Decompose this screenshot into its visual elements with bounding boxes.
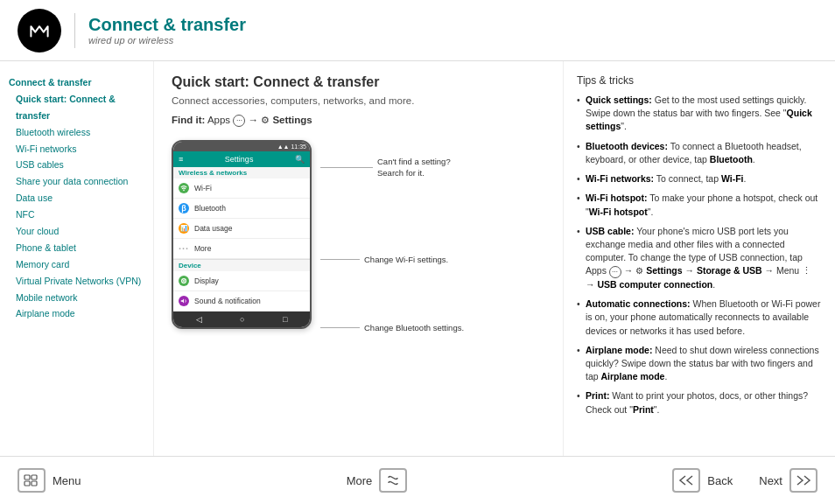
center-section: Quick start: Connect & transfer Connect … (153, 61, 564, 456)
more-icon-box (379, 468, 407, 493)
tip-bluetooth-devices: Bluetooth devices: To connect a Bluetoot… (577, 140, 822, 166)
main-content: Connect & transfer Quick start: Connect … (0, 61, 835, 456)
sidebar-item-memory-card[interactable]: Memory card (9, 256, 144, 273)
header-divider (74, 13, 75, 48)
phone-data-item[interactable]: 📊 Data usage (173, 219, 310, 239)
apps-icon-tip: ⋯ (609, 266, 621, 278)
tip-usb-cable: USB cable: Your phone's micro USB port l… (577, 225, 822, 291)
tip-quick-settings: Quick settings: Get to the most used set… (577, 94, 822, 134)
phone-more-item[interactable]: ··· More (173, 239, 310, 259)
find-it-label: Find it: (172, 115, 205, 125)
menu-label: Menu (53, 474, 81, 487)
sidebar-item-vpn[interactable]: Virtual Private Networks (VPN) (9, 273, 144, 290)
back-label: Back (707, 474, 733, 487)
sidebar-item-share-data[interactable]: Share your data connection (9, 173, 144, 190)
more-button[interactable]: More (347, 468, 408, 493)
data-usage-icon: 📊 (179, 223, 189, 234)
phone-menu-icon: ≡ (179, 155, 183, 164)
sound-icon (179, 296, 189, 306)
callout-2: Change Wi-Fi settings. (320, 255, 464, 264)
phone-display-label: Display (194, 276, 219, 285)
sidebar-item-nfc[interactable]: NFC (9, 206, 144, 223)
tip-term-6: Airplane mode: (586, 345, 652, 355)
page-subtitle: wired up or wireless (88, 35, 246, 46)
phone-home-nav[interactable]: ○ (240, 315, 244, 324)
tip-airplane-mode: Airplane mode: Need to shut down wireles… (577, 344, 822, 384)
page-header: Connect & transfer wired up or wireless (0, 0, 835, 61)
phone-status-bar: ▲▲ 11:35 (173, 142, 310, 151)
phone-wifi-item[interactable]: Wi-Fi (173, 178, 310, 199)
phone-data-label: Data usage (194, 224, 232, 233)
section-description: Connect accessories, computers, networks… (172, 95, 545, 106)
phone-wifi-label: Wi-Fi (194, 184, 212, 192)
page-title: Connect & transfer (88, 15, 246, 35)
svg-point-1 (183, 190, 185, 192)
tip-term-0: Quick settings: (586, 94, 652, 105)
phone-navbar: ◁ ○ □ (173, 312, 310, 327)
svg-rect-4 (25, 475, 30, 480)
sidebar-item-your-cloud[interactable]: Your cloud (9, 223, 144, 240)
phone-back-nav[interactable]: ◁ (196, 315, 202, 324)
sidebar-item-bluetooth[interactable]: Bluetooth wireless (9, 124, 144, 141)
motorola-logo (18, 9, 61, 52)
callout-2-text: Change Wi-Fi settings. (364, 255, 448, 264)
sidebar-item-connect-transfer[interactable]: Connect & transfer (9, 74, 144, 91)
apps-icon: ⋯ (233, 115, 245, 127)
sidebar: Connect & transfer Quick start: Connect … (0, 61, 153, 456)
back-icon (672, 468, 700, 493)
header-text-block: Connect & transfer wired up or wireless (88, 15, 246, 46)
next-icon (789, 468, 817, 493)
more-label: More (347, 474, 373, 487)
phone-mockup: ▲▲ 11:35 ≡ Settings 🔍 Wireless & network… (172, 140, 312, 329)
bluetooth-icon: β (179, 203, 189, 214)
tip-wifi-networks: Wi-Fi networks: To connect, tap Wi-Fi. (577, 172, 822, 186)
wifi-icon (179, 183, 189, 193)
sidebar-item-quick-start[interactable]: Quick start: Connect & transfer (9, 91, 144, 124)
section-title: Quick start: Connect & transfer (172, 74, 545, 90)
tips-title: Tips & tricks (577, 74, 822, 87)
callout-lines: Can't find a setting?Search for it. Chan… (320, 140, 464, 332)
phone-bt-label: Bluetooth (194, 204, 226, 213)
next-button[interactable]: Next (759, 468, 817, 493)
phone-more-label: More (194, 244, 211, 253)
tip-term-2: Wi-Fi networks: (586, 173, 654, 184)
tip-print: Print: Want to print your photos, docs, … (577, 389, 822, 416)
back-button[interactable]: Back (672, 468, 733, 493)
tip-term-3: Wi-Fi hotspot: (586, 192, 647, 203)
sidebar-item-phone-tablet[interactable]: Phone & tablet (9, 240, 144, 256)
phone-callout-area: ▲▲ 11:35 ≡ Settings 🔍 Wireless & network… (172, 140, 545, 332)
phone-device-section: Device (173, 259, 310, 271)
tip-auto-connections: Automatic connections: When Bluetooth or… (577, 298, 822, 338)
phone-wireless-section: Wireless & networks (173, 167, 310, 178)
sidebar-item-data-use[interactable]: Data use (9, 190, 144, 206)
menu-button[interactable]: Menu (18, 468, 81, 493)
find-it-text: Find it: Apps ⋯ → ⚙ Settings (172, 115, 545, 127)
nav-buttons: Back Next (672, 468, 817, 493)
sidebar-item-wifi[interactable]: Wi-Fi networks (9, 141, 144, 158)
tip-wifi-hotspot: Wi-Fi hotspot: To make your phone a hots… (577, 192, 822, 218)
phone-recent-nav[interactable]: □ (283, 315, 287, 324)
settings-gear-icon: ⚙ (261, 115, 270, 125)
phone-sound-label: Sound & notification (194, 297, 261, 305)
sidebar-item-mobile-network[interactable]: Mobile network (9, 290, 144, 306)
phone-header-bar: ≡ Settings 🔍 (173, 151, 310, 167)
phone-sound-item[interactable]: Sound & notification (173, 291, 310, 312)
callout-3: Change Bluetooth settings. (320, 323, 464, 332)
more-icon: ··· (179, 243, 189, 254)
callout-3-text: Change Bluetooth settings. (364, 323, 464, 332)
svg-rect-6 (25, 481, 30, 486)
settings-label: Settings (272, 115, 312, 125)
phone-display-item[interactable]: Display (173, 271, 310, 291)
sidebar-item-usb[interactable]: USB cables (9, 157, 144, 173)
next-label: Next (759, 474, 782, 487)
tip-term-5: Automatic connections: (586, 298, 691, 309)
svg-point-3 (183, 280, 185, 282)
phone-bt-item[interactable]: β Bluetooth (173, 199, 310, 219)
tips-list: Quick settings: Get to the most used set… (577, 94, 822, 416)
callout-1: Can't find a setting?Search for it. (320, 156, 464, 179)
tip-term-1: Bluetooth devices: (586, 141, 668, 151)
right-section: Tips & tricks Quick settings: Get to the… (564, 61, 835, 456)
bottom-bar: Menu More Back Next (0, 456, 835, 504)
sidebar-item-airplane-mode[interactable]: Airplane mode (9, 305, 144, 322)
display-icon (179, 276, 189, 286)
